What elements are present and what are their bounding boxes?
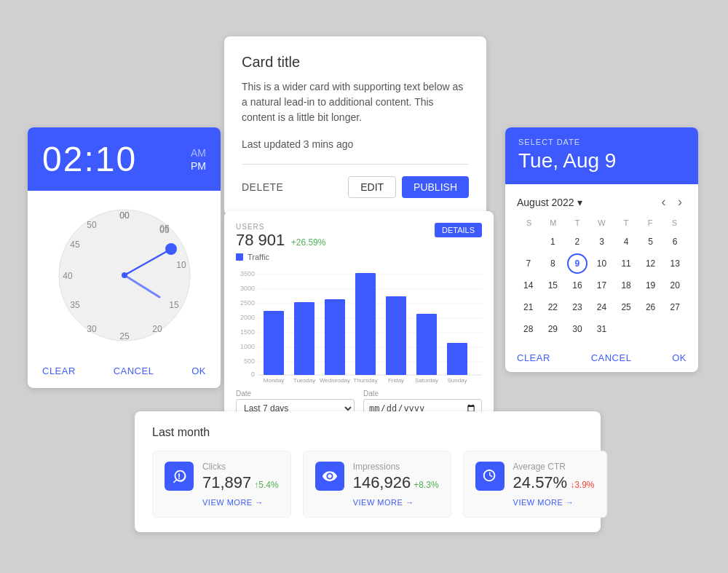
card-divider [242, 164, 469, 165]
chart-value-row: 78 901 +26.59% [236, 231, 325, 250]
day-header-f: F [638, 217, 662, 229]
bar-chart-svg: 3500 3000 2500 2000 1500 1000 500 0 [236, 267, 482, 384]
clock-footer: CLEAR CANCEL OK [28, 360, 221, 388]
card-actions: DELETE EDIT PUBLISH [242, 176, 469, 198]
stat-impressions-label: Impressions [353, 462, 439, 472]
clock-cancel-button[interactable]: CANCEL [114, 365, 154, 376]
datepicker-clear-button[interactable]: CLEAR [517, 352, 550, 363]
datepicker-day-13[interactable]: 13 [665, 253, 685, 274]
datepicker-ok-button[interactable]: OK [672, 352, 687, 363]
clock-ok-button[interactable]: OK [191, 365, 206, 376]
datepicker-day-3[interactable]: 3 [591, 232, 612, 252]
datepicker-day-12[interactable]: 12 [641, 253, 661, 274]
stat-clicks-value: 71,897 [202, 473, 251, 492]
svg-text:3500: 3500 [240, 270, 255, 277]
chart-legend: Traffic [236, 253, 482, 261]
svg-text:Saturday: Saturday [415, 377, 438, 384]
svg-text:Sunday: Sunday [447, 377, 467, 384]
clock-am[interactable]: AM [191, 147, 206, 159]
datepicker-day-9[interactable]: 9 [567, 253, 587, 274]
datepicker-day-31[interactable]: 31 [591, 319, 612, 339]
svg-text:0: 0 [251, 371, 255, 378]
publish-button[interactable]: PUBLISH [402, 176, 469, 198]
edit-button[interactable]: EDIT [348, 176, 396, 198]
svg-text:2000: 2000 [240, 314, 255, 321]
stat-ctr-link[interactable]: VIEW MORE → [513, 498, 595, 507]
datepicker-day-7[interactable]: 7 [518, 253, 539, 274]
svg-text:15: 15 [169, 300, 179, 310]
clock-face[interactable]: 00 05 10 15 20 25 30 35 40 [52, 202, 197, 348]
datepicker-day-10[interactable]: 10 [591, 253, 612, 274]
datepicker-day-8[interactable]: 8 [542, 253, 563, 274]
stat-impressions-value: 146,926 [353, 473, 411, 492]
svg-text:50: 50 [87, 220, 97, 230]
datepicker-day-30[interactable]: 30 [567, 319, 587, 339]
card-title: Card title [242, 54, 469, 71]
chart-area: 3500 3000 2500 2000 1500 1000 500 0 [236, 267, 482, 384]
datepicker-day-19[interactable]: 19 [641, 275, 661, 296]
datepicker-day-6[interactable]: 6 [665, 232, 685, 252]
card-last-updated: Last updated 3 mins ago [242, 137, 469, 152]
datepicker-day-29[interactable]: 29 [542, 319, 563, 339]
datepicker-day-28[interactable]: 28 [518, 319, 539, 339]
svg-rect-44 [416, 314, 437, 375]
datepicker-day-1[interactable]: 1 [542, 232, 563, 252]
delete-button[interactable]: DELETE [242, 181, 283, 193]
datepicker-day-15[interactable]: 15 [542, 275, 563, 296]
clock-clear-button[interactable]: CLEAR [42, 365, 76, 376]
day-header-s1: S [517, 217, 541, 229]
datepicker-day-25[interactable]: 25 [616, 297, 636, 317]
stat-clicks-link[interactable]: VIEW MORE → [202, 498, 279, 507]
datepicker-day-24[interactable]: 24 [591, 297, 612, 317]
datepicker-day-4[interactable]: 4 [616, 232, 636, 252]
svg-text:30: 30 [87, 324, 97, 334]
datepicker-widget: SELECT DATE Tue, Aug 9 August 2022 ▾ ‹ ›… [505, 127, 698, 372]
legend-dot [236, 253, 243, 261]
svg-text:2500: 2500 [240, 299, 255, 307]
datepicker-prev-button[interactable]: ‹ [657, 193, 670, 211]
datepicker-body: August 2022 ▾ ‹ › S M T W T F S [505, 184, 698, 348]
datepicker-day-11[interactable]: 11 [616, 253, 636, 274]
stat-impressions-link[interactable]: VIEW MORE → [353, 498, 439, 507]
details-button[interactable]: DETAILS [435, 223, 482, 237]
day-header-m: M [541, 217, 565, 229]
svg-text:40: 40 [63, 271, 73, 281]
impressions-icon [315, 462, 344, 491]
chart-header: USERS 78 901 +26.59% DETAILS [236, 223, 482, 250]
datepicker-day-21[interactable]: 21 [518, 297, 539, 317]
datepicker-month-label[interactable]: August 2022 ▾ [517, 197, 582, 208]
datepicker-day-22[interactable]: 22 [542, 297, 563, 317]
svg-text:500: 500 [244, 357, 255, 365]
datepicker-grid: S M T W T F S 1 2 3 4 5 6 [517, 217, 687, 339]
datepicker-day-18[interactable]: 18 [616, 275, 636, 296]
stat-ctr-info: Average CTR 24.57% ↓3.9% VIEW MORE → [513, 462, 595, 507]
stat-card-clicks: Clicks 71,897 ↑5.4% VIEW MORE → [152, 451, 291, 518]
svg-text:1000: 1000 [240, 343, 255, 350]
datepicker-day-17[interactable]: 17 [591, 275, 612, 296]
svg-point-15 [165, 243, 177, 255]
datepicker-day-26[interactable]: 26 [641, 297, 661, 317]
stat-impressions-info: Impressions 146,926 +8.3% VIEW MORE → [353, 462, 439, 507]
datepicker-day-2[interactable]: 2 [567, 232, 587, 252]
stat-card-impressions-inner: Impressions 146,926 +8.3% VIEW MORE → [315, 462, 439, 507]
datepicker-day-14[interactable]: 14 [518, 275, 539, 296]
stat-clicks-change: ↑5.4% [254, 480, 278, 490]
chart-change: +26.59% [291, 237, 326, 248]
datepicker-cancel-button[interactable]: CANCEL [591, 352, 632, 363]
chart-date-to-label: Date [363, 390, 482, 398]
datepicker-selected-date: Tue, Aug 9 [518, 149, 685, 173]
svg-text:00: 00 [119, 210, 130, 221]
datepicker-day-27[interactable]: 27 [665, 297, 685, 317]
datepicker-next-button[interactable]: › [673, 193, 687, 211]
datepicker-day-headers: S M T W T F S [517, 217, 687, 229]
svg-rect-42 [386, 296, 406, 375]
chart-value: 78 901 [236, 231, 285, 250]
stat-card-impressions: Impressions 146,926 +8.3% VIEW MORE → [303, 451, 451, 518]
svg-text:45: 45 [70, 240, 80, 250]
clock-pm[interactable]: PM [191, 160, 206, 172]
datepicker-day-23[interactable]: 23 [567, 297, 587, 317]
stat-ctr-label: Average CTR [513, 462, 595, 472]
datepicker-day-16[interactable]: 16 [567, 275, 587, 296]
datepicker-day-20[interactable]: 20 [665, 275, 685, 296]
datepicker-day-5[interactable]: 5 [641, 232, 661, 252]
